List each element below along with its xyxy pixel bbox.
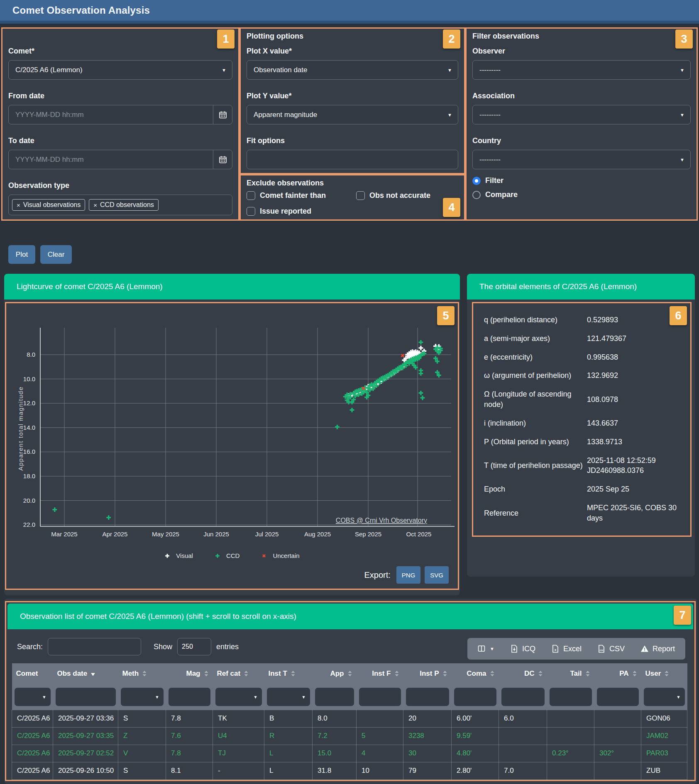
column-header-dc[interactable]: DC [499,663,547,684]
column-filter-select-comet[interactable]: ▼ [15,688,51,706]
table-cell: 6.0 [499,710,547,727]
sort-icon [490,671,495,677]
table-row[interactable]: C/2025 A62025-09-27 03:36S7.8TKB8.0206.0… [12,710,687,727]
clear-button[interactable]: Clear [40,245,72,264]
observation-type-tag[interactable]: ×CCD observations [89,199,159,211]
table-cell: 0.23° [547,745,594,762]
compare-radio-label: Compare [485,190,518,199]
filter-radio[interactable] [472,177,481,185]
export-png-button[interactable]: PNG [396,566,421,584]
plot-y-select[interactable]: Apparent magnitude ▼ [247,105,458,124]
column-header-inst-f[interactable]: Inst F [357,663,403,684]
column-filter-input-mag[interactable] [169,688,210,706]
column-filter-input-tail[interactable] [550,688,592,706]
column-header-coma[interactable]: Coma [452,663,499,684]
table-row[interactable]: C/2025 A62025-09-27 02:52V7.8TJL15.04304… [12,745,687,762]
search-input[interactable] [48,638,141,655]
sort-icon [244,671,249,677]
plot-x-select[interactable]: Observation date ▼ [247,60,458,80]
column-filter-select-inst-t[interactable]: ▼ [267,688,310,706]
comet-select[interactable]: C/2025 A6 (Lemmon) ▼ [8,60,232,80]
column-header-app[interactable]: App [313,663,357,684]
fit-options-input[interactable] [247,150,458,169]
app-header: Comet Observation Analysis [0,0,699,24]
toolbar-button-label: ICQ [522,645,535,653]
lightcurve-scatter-chart[interactable]: 8.010.012.014.016.018.020.022.0Mar 2025A… [7,304,459,553]
legend-item-uncertain[interactable]: Uncertain [261,552,299,559]
orbital-element-row: ReferenceMPEC 2025-SI6, COBS 30 days [484,499,682,528]
column-filter-input-coma[interactable] [454,688,496,706]
observer-select-value: --------- [479,66,501,74]
excel-export-button[interactable]: xExcel [543,638,589,660]
observation-type-multiselect[interactable]: ×Visual observations×CCD observations [8,195,232,215]
column-header-user[interactable]: User [641,663,687,684]
from-date-calendar-button[interactable] [213,105,232,124]
issue-reported-checkbox[interactable] [247,207,255,216]
cobs-watermark-link[interactable]: COBS @ Crni Vrh Observatory [336,517,427,524]
column-filter-input-pa[interactable] [597,688,639,706]
column-header-comet[interactable]: Comet [12,663,53,684]
legend-item-visual[interactable]: Visual [164,552,193,559]
legend-item-ccd[interactable]: CCD [215,552,240,559]
column-header-meth[interactable]: Meth [118,663,166,684]
plotting-options-panel: 2 Plotting options Plot X value* Observa… [240,27,465,174]
country-label: Country [472,136,501,145]
column-header-label: Comet [16,670,38,678]
column-filter-input-dc[interactable] [501,688,545,706]
column-header-pa[interactable]: PA [594,663,641,684]
table-cell: 10 [357,762,403,779]
column-visibility-button[interactable]: ▼ [470,638,502,660]
column-filter-select-ref-cat[interactable]: ▼ [215,688,262,706]
plot-button[interactable]: Plot [8,245,35,264]
column-filter-select-meth[interactable]: ▼ [121,688,164,706]
show-entries-input[interactable] [177,638,211,655]
column-filter-input-inst-p[interactable] [406,688,449,706]
to-date-calendar-button[interactable] [213,150,232,169]
sort-desc-icon [90,671,95,677]
data-point-uncertain [400,353,406,358]
remove-tag-icon[interactable]: × [93,202,97,209]
filter-cell [403,684,452,710]
icq-export-button[interactable]: ICQ [502,638,543,660]
observation-type-tag[interactable]: ×Visual observations [12,199,85,211]
sort-icon [632,671,637,677]
orbital-element-row: Ω (Longitude of ascending node)108.0978 [484,385,682,414]
column-filter-select-user[interactable]: ▼ [644,688,685,706]
column-filter-input-inst-f[interactable] [359,688,401,706]
table-row[interactable]: C/2025 A62025-09-27 03:35Z7.6U4R7.253238… [12,727,687,745]
comet-fainter-checkbox[interactable] [247,191,255,200]
association-select[interactable]: --------- ▼ [472,105,691,124]
orbital-element-value: 132.9692 [587,370,682,381]
remove-tag-icon[interactable]: × [17,202,20,209]
table-cell: TJ [213,745,264,762]
csv-export-button[interactable]: csvCSV [589,638,633,660]
column-header-ref-cat[interactable]: Ref cat [213,663,264,684]
column-header-inst-t[interactable]: Inst T [264,663,313,684]
data-point-ccd [52,507,57,512]
observer-label: Observer [472,47,505,56]
report-button[interactable]: Report [633,638,683,660]
table-filter-row: ▼▼▼▼▼ [12,684,687,710]
column-filter-input-app[interactable] [315,688,354,706]
column-filter-input-obs-date[interactable] [56,688,116,706]
column-header-obs-date[interactable]: Obs date [53,663,118,684]
observation-type-label: Observation type [8,181,69,190]
column-header-mag[interactable]: Mag [166,663,213,684]
from-date-input[interactable]: YYYY-MM-DD hh:mm [8,105,232,124]
lightcurve-title: Lightcurve of comet C/2025 A6 (Lemmon) [4,282,163,291]
country-select[interactable]: --------- ▼ [472,150,691,169]
column-header-inst-p[interactable]: Inst P [403,663,452,684]
observer-select[interactable]: --------- ▼ [472,60,691,80]
table-row[interactable]: C/2025 A62025-09-26 10:50S8.1-L31.810792… [12,762,687,779]
column-header-tail[interactable]: Tail [547,663,594,684]
to-date-label: To date [8,136,34,145]
to-date-input[interactable]: YYYY-MM-DD hh:mm [8,150,232,169]
export-svg-button[interactable]: SVG [425,566,449,584]
obs-not-accurate-checkbox[interactable] [356,191,365,200]
filter-cell [594,684,641,710]
orbital-element-row: T (time of perihelion passage)2025-11-08… [484,451,682,480]
data-point-ccd [350,408,354,412]
compare-radio[interactable] [472,191,481,199]
filter-cell [53,684,118,710]
orbital-element-value: 0.529893 [587,315,682,325]
